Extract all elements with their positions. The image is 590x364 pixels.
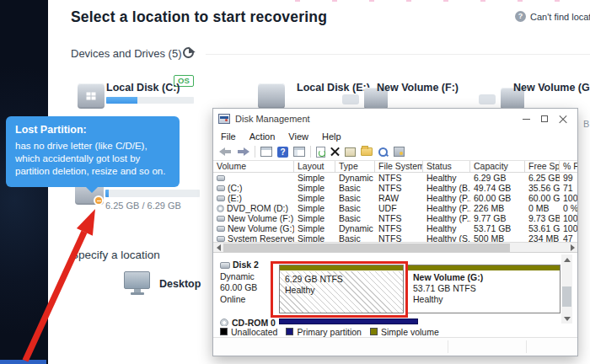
close-icon [559, 115, 567, 123]
sidebar-accent-bar [0, 360, 46, 364]
volume-icon [217, 175, 225, 181]
new-volume-g-block[interactable]: New Volume (G:) 53.71 GB NTFS Healthy [407, 265, 560, 313]
table-row[interactable]: Simple Dynamic NTFS Healthy 6.29 GB 6.25… [213, 173, 577, 183]
table-row[interactable]: (C:) Simple Basic NTFS Healthy (B... 49.… [213, 183, 577, 193]
table-row[interactable]: System Reserved Simple Basic NTFS Health… [213, 233, 577, 242]
refresh-icon[interactable] [183, 47, 194, 58]
status-bar [213, 337, 577, 356]
disk2-info-panel[interactable]: Disk 2 Dynamic 60.00 GB Online [220, 260, 259, 305]
drive-label-g: New Volume (G:) [513, 82, 590, 94]
minimize-button[interactable] [517, 112, 535, 126]
column-header[interactable]: Status [423, 161, 470, 173]
vertical-scroll-thumb[interactable] [562, 286, 571, 307]
devices-section-label: Devices and Drives (5) [71, 47, 182, 60]
menu-item[interactable]: Help [322, 131, 341, 142]
top-dashed-line [295, 0, 590, 2]
column-header[interactable]: Layout [294, 161, 335, 173]
scroll-down-arrow[interactable] [561, 313, 572, 324]
disk-icon [220, 262, 230, 269]
lost-drive-bar-fill [105, 190, 109, 197]
free-space-cell: 6.25 GB [525, 173, 560, 183]
simple-volume-strip [408, 265, 560, 270]
table-row[interactable]: New Volume (G:) Simple Dynamic NTFS Heal… [213, 223, 577, 233]
toolbar-help-icon[interactable]: ? [277, 147, 288, 158]
volume-table: VolumeLayoutTypeFile SystemStatusCapacit… [213, 160, 577, 242]
toolbar-separator [310, 146, 311, 158]
percent-free-cell: 0 % [560, 203, 577, 213]
toolbar-separator [255, 146, 255, 158]
type-cell: Dynamic [335, 223, 375, 233]
maximize-button[interactable] [535, 112, 554, 126]
free-space-cell: 35.56 GB [525, 183, 560, 193]
scroll-up-arrow[interactable] [561, 254, 572, 265]
cdrom-row-partial[interactable]: CD-ROM 0 [220, 318, 276, 326]
action-pane-icon[interactable] [293, 147, 305, 157]
percent-free-cell: 100 [560, 193, 577, 203]
menu-item[interactable]: Action [249, 131, 276, 142]
column-header[interactable]: Type [335, 161, 375, 173]
horizontal-scrollbar[interactable] [213, 242, 577, 252]
free-space-cell: 53.61 GB [525, 223, 560, 233]
column-header[interactable]: Free Spa... [525, 161, 560, 173]
screen: Select a location to start recovering De… [0, 0, 590, 364]
layout-cell: Simple [294, 203, 335, 213]
horizontal-scroll-thumb[interactable] [223, 244, 510, 252]
column-header[interactable]: File System [375, 161, 423, 173]
back-icon[interactable] [219, 147, 232, 156]
window-title: Disk Management [235, 114, 310, 124]
delete-icon[interactable] [330, 147, 340, 157]
properties-icon[interactable] [345, 147, 356, 157]
close-button[interactable] [554, 112, 572, 126]
refresh-disk-icon[interactable] [316, 147, 325, 158]
desktop-label: Desktop [159, 278, 201, 290]
forward-icon[interactable] [237, 147, 249, 156]
simple-volume-strip [280, 265, 403, 270]
manage-disk-icon[interactable] [394, 147, 405, 157]
column-header[interactable]: Capacity [470, 161, 525, 173]
column-header[interactable]: Volume [213, 161, 294, 173]
disk-graphical-view: Disk 2 Dynamic 60.00 GB Online 6.29 GB N… [213, 252, 577, 326]
legend-label: Primary partition [297, 327, 361, 337]
table-row[interactable]: DVD_ROM (D:) Simple Basic UDF Healthy (P… [213, 203, 577, 213]
type-cell: Basic [335, 233, 375, 242]
disk2-size: 60.00 GB [220, 282, 259, 294]
desktop-location-item[interactable]: Desktop [124, 271, 150, 295]
section-divider [206, 54, 590, 55]
legend-swatch [220, 328, 228, 335]
filesystem-cell: NTFS [375, 213, 423, 223]
cant-find-location-link[interactable]: ? Can't find locati [515, 11, 590, 22]
legend-swatch [370, 328, 378, 335]
free-space-cell: 60.00 GB [525, 193, 560, 203]
free-space-cell: 0 MB [525, 203, 560, 213]
open-folder-icon[interactable] [361, 147, 373, 156]
help-icon: ? [515, 11, 526, 22]
menu-item[interactable]: View [288, 131, 308, 142]
tooltip-body: has no drive letter (like C/D/E), which … [15, 140, 170, 179]
statusbar-separator [448, 340, 448, 353]
console-tree-icon[interactable] [260, 147, 272, 157]
c-drive-icon [78, 83, 105, 109]
volume-name: System Reserved [228, 233, 294, 242]
cant-find-label: Can't find locati [530, 12, 590, 22]
legend-item: Primary partition [286, 327, 361, 337]
drive-label-c: Local Disk (C:) [106, 82, 180, 94]
window-titlebar[interactable]: Disk Management [213, 109, 577, 129]
lost-partition-block[interactable]: 6.29 GB NTFS Healthy [279, 265, 404, 313]
status-cell: Healthy (B... [423, 183, 470, 193]
vertical-scrollbar[interactable] [561, 254, 572, 324]
status-cell: Healthy (P... [423, 193, 470, 203]
partition-size-fs: 6.29 GB NTFS [285, 274, 343, 285]
table-row[interactable]: (E:) Simple Basic RAW Healthy (P... 60.0… [213, 193, 577, 203]
table-row[interactable]: New Volume (F:) Simple Basic NTFS Health… [213, 213, 577, 223]
layout-cell: Simple [294, 213, 335, 223]
warning-dot-icon [94, 195, 104, 206]
column-header[interactable]: % F [560, 161, 577, 173]
percent-free-cell: 100 [560, 223, 577, 233]
menu-item[interactable]: File [221, 131, 236, 142]
search-icon[interactable] [378, 147, 389, 158]
type-cell: Basic [335, 193, 375, 203]
windows-logo-icon [87, 93, 96, 100]
e-drive-icon [258, 83, 285, 109]
cdrom-label: CD-ROM 0 [232, 318, 276, 326]
status-cell: Healthy (P... [423, 203, 470, 213]
